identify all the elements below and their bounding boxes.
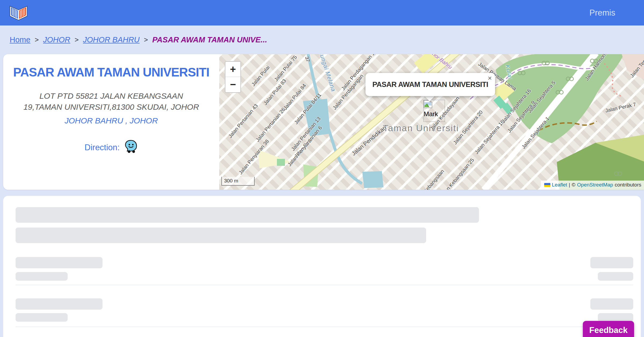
zoom-out-button[interactable]: − <box>225 77 240 92</box>
map[interactable]: Taman UniversitiSungai MelanaKulaiJohor … <box>219 54 644 190</box>
popup-close-icon[interactable]: × <box>488 74 492 82</box>
skeleton-bar <box>16 272 68 281</box>
breadcrumb-current: PASAR AWAM TAMAN UNIVE... <box>152 35 267 44</box>
skeleton-bar <box>16 298 103 310</box>
attribution-divider: | <box>569 182 570 188</box>
skeleton-bar <box>598 272 633 281</box>
app-header: Premis <box>0 0 644 25</box>
copyright-symbol: © <box>572 182 576 188</box>
broken-image-icon <box>424 100 432 108</box>
map-marker[interactable]: Mark <box>423 100 445 122</box>
map-scale-bar: 300 m <box>221 177 255 186</box>
breadcrumb-separator: > <box>75 36 79 44</box>
breadcrumb-johor-bahru-link[interactable]: JOHOR BAHRU <box>83 35 140 44</box>
state-link[interactable]: JOHOR <box>130 116 158 125</box>
breadcrumb-johor-link[interactable]: JOHOR <box>43 35 71 44</box>
details-card-loading <box>3 196 641 337</box>
skeleton-bar <box>16 313 68 322</box>
skeleton-bar <box>16 228 426 243</box>
row-divider <box>16 327 633 327</box>
skeleton-bar <box>16 207 479 223</box>
page-title: PASAR AWAM TAMAN UNIVERSITI <box>3 65 219 79</box>
nav-premis-link[interactable]: Premis <box>590 8 615 18</box>
popup-title: PASAR AWAM TAMAN UNIVERSITI <box>372 80 488 89</box>
feedback-button[interactable]: Feedback <box>583 321 634 337</box>
attribution-suffix: contributors <box>615 182 641 188</box>
map-popup: PASAR AWAM TAMAN UNIVERSITI × <box>365 73 495 96</box>
mm-logo-icon[interactable] <box>10 4 27 21</box>
place-address: LOT PTD 55821 JALAN KEBANGSAAN 19,TAMAN … <box>22 91 200 112</box>
leaflet-link[interactable]: Leaflet <box>552 182 567 188</box>
links-comma: , <box>125 116 127 125</box>
ukraine-flag-icon <box>544 183 550 187</box>
map-label-area: Taman Universiti <box>383 123 459 133</box>
waze-icon[interactable] <box>123 139 138 156</box>
skeleton-bar <box>16 257 103 268</box>
skeleton-bar <box>590 298 633 310</box>
row-divider <box>16 285 633 285</box>
place-info-panel: PASAR AWAM TAMAN UNIVERSITI LOT PTD 5582… <box>3 54 219 190</box>
skeleton-bar <box>598 313 633 322</box>
district-link[interactable]: JOHOR BAHRU <box>65 116 123 125</box>
direction-label: Direction: <box>85 143 120 152</box>
skeleton-bar <box>590 257 633 268</box>
map-zoom-control: + − <box>225 61 241 93</box>
breadcrumb-home-link[interactable]: Home <box>10 35 30 44</box>
place-card: PASAR AWAM TAMAN UNIVERSITI LOT PTD 5582… <box>3 54 644 190</box>
breadcrumb-separator: > <box>35 36 39 44</box>
breadcrumb: Home > JOHOR > JOHOR BAHRU > PASAR AWAM … <box>0 25 644 54</box>
osm-link[interactable]: OpenStreetMap <box>577 182 613 188</box>
zoom-in-button[interactable]: + <box>225 62 240 77</box>
map-attribution: Leaflet | © OpenStreetMap contributors <box>541 181 644 190</box>
marker-alt-text: Mark <box>424 110 445 118</box>
breadcrumb-separator: > <box>144 36 148 44</box>
